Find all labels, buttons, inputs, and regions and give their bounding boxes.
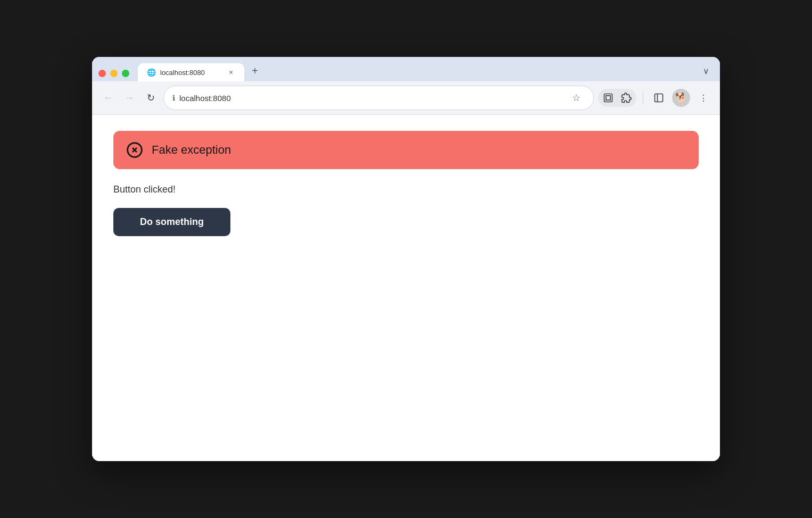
svg-rect-1 [606,96,610,100]
maximize-window-button[interactable] [122,70,129,77]
browser-window: 🌐 localhost:8080 × + ∨ ← → ↻ ℹ ☆ [92,57,720,461]
do-something-button[interactable]: Do something [113,208,230,236]
extension-button-group [598,89,636,107]
toolbar-divider [643,91,643,104]
refresh-button[interactable]: ↻ [142,89,159,106]
alert-text: Fake exception [152,143,231,157]
tab-close-button[interactable]: × [226,68,236,77]
alert-banner: Fake exception [113,131,699,169]
bookmark-button[interactable]: ☆ [568,89,585,106]
back-button[interactable]: ← [100,89,117,106]
address-info-icon: ℹ [172,94,175,102]
tab-favicon-icon: 🌐 [146,68,156,77]
alert-error-icon [126,141,143,158]
more-menu-button[interactable]: ⋮ [694,89,712,107]
new-tab-button[interactable]: + [246,62,263,79]
svg-rect-0 [604,94,612,102]
address-bar[interactable]: ℹ ☆ [163,86,594,110]
tab-bar: 🌐 localhost:8080 × + ∨ [92,57,720,81]
minimize-window-button[interactable] [110,70,118,77]
page-content: Fake exception Button clicked! Do someth… [92,115,720,461]
toolbar: ← → ↻ ℹ ☆ [92,81,720,115]
window-controls [98,70,129,77]
forward-button[interactable]: → [121,89,138,106]
active-tab[interactable]: 🌐 localhost:8080 × [138,63,244,81]
tab-bar-right: ∨ [699,63,714,78]
sidebar-button[interactable] [650,89,668,107]
status-text: Button clicked! [113,184,699,195]
profile-avatar-button[interactable]: 🐕 [672,89,690,107]
svg-rect-2 [655,94,663,102]
tab-dropdown-button[interactable]: ∨ [699,63,714,78]
screenshot-button[interactable] [599,90,617,106]
address-input[interactable] [179,94,564,103]
tab-title: localhost:8080 [160,69,222,77]
close-window-button[interactable] [98,70,106,77]
extension-button[interactable] [617,90,635,106]
